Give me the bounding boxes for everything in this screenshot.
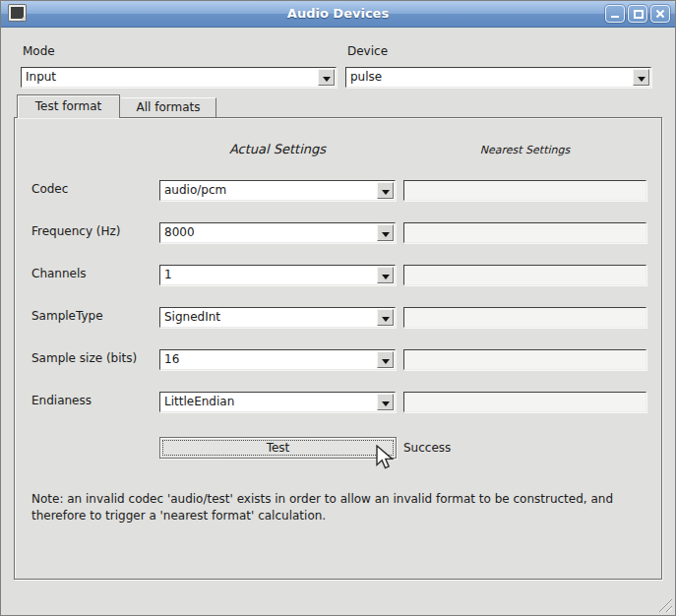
- actual-settings-header: Actual Settings: [159, 142, 396, 156]
- device-combobox-value: pulse: [350, 68, 629, 87]
- nearest-settings-header: Nearest Settings: [403, 144, 646, 156]
- down-triangle-icon: [382, 275, 390, 279]
- chevron-down-icon[interactable]: [377, 182, 394, 199]
- sampletype-row: SampleType SignedInt: [15, 307, 661, 328]
- maximize-icon: [634, 10, 644, 19]
- titlebar[interactable]: Audio Devices: [1, 1, 675, 28]
- chevron-down-icon[interactable]: [377, 224, 394, 241]
- endianess-combobox-value: LittleEndian: [164, 393, 373, 411]
- minimize-button[interactable]: [605, 5, 625, 23]
- chevron-down-icon[interactable]: [377, 351, 394, 368]
- tab-test-format[interactable]: Test format: [17, 94, 120, 118]
- frequency-label: Frequency (Hz): [31, 224, 121, 238]
- samplesize-label: Sample size (bits): [31, 351, 137, 365]
- codec-combobox-value: audio/pcm: [164, 181, 373, 200]
- device-combobox[interactable]: pulse: [345, 67, 651, 88]
- titlebar-buttons: [605, 5, 670, 23]
- mode-label: Mode: [23, 44, 55, 58]
- down-triangle-icon: [382, 359, 390, 364]
- channels-nearest-field: [403, 265, 646, 285]
- frequency-row: Frequency (Hz) 8000: [15, 222, 661, 243]
- chevron-down-icon[interactable]: [633, 69, 649, 86]
- sampletype-label: SampleType: [31, 309, 103, 323]
- frequency-nearest-field: [403, 222, 646, 243]
- close-button[interactable]: [650, 5, 670, 23]
- note-text: Note: an invalid codec 'audio/test' exis…: [31, 491, 661, 524]
- samplesize-nearest-field: [403, 349, 646, 370]
- frequency-combobox[interactable]: 8000: [159, 222, 396, 243]
- test-format-panel: Actual Settings Nearest Settings Codec a…: [14, 117, 662, 580]
- down-triangle-icon: [382, 317, 390, 322]
- sampletype-combobox[interactable]: SignedInt: [159, 307, 396, 328]
- resize-grip[interactable]: [658, 598, 672, 612]
- test-button[interactable]: Test: [159, 437, 397, 459]
- frequency-combobox-value: 8000: [164, 223, 373, 242]
- mode-combobox[interactable]: Input: [21, 67, 337, 88]
- channels-combobox-value: 1: [164, 266, 373, 284]
- channels-label: Channels: [31, 267, 87, 280]
- test-button-label: Test: [267, 441, 290, 455]
- channels-row: Channels 1: [15, 265, 661, 285]
- down-triangle-icon: [323, 77, 331, 82]
- endianess-combobox[interactable]: LittleEndian: [159, 392, 396, 412]
- samplesize-row: Sample size (bits) 16: [15, 349, 661, 370]
- endianess-row: Endianess LittleEndian: [15, 392, 661, 412]
- audio-devices-window: Audio Devices Mode Input Device pulse Te…: [0, 0, 676, 616]
- endianess-label: Endianess: [31, 394, 92, 407]
- tab-label: All formats: [137, 100, 201, 114]
- status-text: Success: [403, 437, 451, 459]
- sampletype-nearest-field: [403, 307, 646, 328]
- endianess-nearest-field: [403, 392, 646, 412]
- window-title: Audio Devices: [1, 1, 675, 27]
- down-triangle-icon: [382, 190, 390, 195]
- chevron-down-icon[interactable]: [377, 309, 394, 326]
- maximize-button[interactable]: [628, 5, 647, 23]
- tab-label: Test format: [35, 99, 101, 113]
- samplesize-combobox[interactable]: 16: [159, 349, 396, 370]
- tab-all-formats[interactable]: All formats: [121, 97, 216, 117]
- samplesize-combobox-value: 16: [164, 350, 373, 369]
- codec-row: Codec audio/pcm: [15, 180, 661, 201]
- device-label: Device: [347, 44, 388, 58]
- sampletype-combobox-value: SignedInt: [164, 308, 373, 327]
- down-triangle-icon: [382, 232, 390, 237]
- channels-combobox[interactable]: 1: [159, 265, 396, 285]
- codec-combobox[interactable]: audio/pcm: [159, 180, 396, 201]
- mode-combobox-value: Input: [26, 68, 314, 87]
- down-triangle-icon: [382, 401, 390, 406]
- codec-nearest-field: [403, 180, 646, 201]
- chevron-down-icon[interactable]: [318, 69, 335, 86]
- minimize-icon: [611, 16, 619, 18]
- down-triangle-icon: [638, 77, 645, 82]
- chevron-down-icon[interactable]: [377, 394, 394, 410]
- chevron-down-icon[interactable]: [377, 267, 394, 283]
- codec-label: Codec: [31, 182, 68, 196]
